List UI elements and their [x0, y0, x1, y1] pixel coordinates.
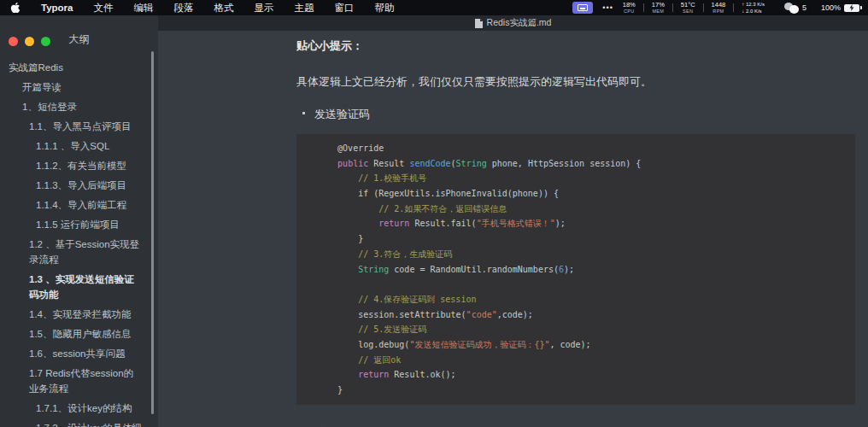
outline-item[interactable]: 1.1、导入黑马点评项目 [0, 119, 158, 134]
code-line [317, 277, 835, 292]
sidebar-scrollbar[interactable] [151, 51, 154, 414]
menu-item[interactable]: 段落 [174, 2, 194, 15]
outline-item[interactable]: 1、短信登录 [0, 99, 158, 114]
outline-item[interactable]: 1.1.1 、导入SQL [0, 138, 158, 154]
outline-item[interactable]: 1.4、实现登录拦截功能 [0, 307, 158, 322]
menubar-status-area: ••• 18%CPU17%MEM51°CSEN1448RPM ↑ 12.3 K/… [572, 1, 868, 15]
code-line: public Result sendCode(String phone, Htt… [317, 156, 835, 172]
outline-item[interactable]: 1.2 、基于Session实现登录流程 [0, 237, 158, 267]
menubar: Typora 文件编辑段落格式显示主题窗口帮助 ••• 18%CPU17%MEM… [0, 0, 868, 15]
code-line: } [317, 231, 835, 247]
outline-item[interactable]: 1.3 、实现发送短信验证码功能 [0, 272, 158, 302]
stat-label: SEN [683, 9, 693, 15]
outline-list: 实战篇Redis开篇导读1、短信登录1.1、导入黑马点评项目1.1.1 、导入S… [0, 60, 158, 427]
code-line: // 2.如果不符合，返回错误信息 [317, 202, 835, 217]
close-button[interactable] [9, 37, 18, 46]
code-line: String code = RandomUtil.randomNumbers(6… [317, 262, 835, 278]
screen-share-button[interactable] [572, 2, 593, 14]
outline-item[interactable]: 1.7 Redis代替session的业务流程 [0, 366, 158, 396]
outline-item[interactable]: 1.1.5 运行前端项目 [0, 217, 158, 232]
wechat-icon [784, 3, 799, 14]
code-line: // 4.保存验证码到 session [317, 292, 835, 307]
monitor-icon [578, 4, 588, 11]
network-stats[interactable]: ↑ 12.3 K/s ↓ 2.0 K/s [742, 1, 765, 15]
code-block[interactable]: @Override public Result sendCode(String … [296, 134, 855, 405]
document-titlebar: Redis实战篇.md [158, 15, 868, 31]
traffic-lights [9, 37, 50, 46]
code-line: return Result.ok(); [317, 367, 835, 383]
outline-item[interactable]: 开篇导读 [0, 79, 158, 95]
stat-group[interactable]: 1448RPM [712, 2, 726, 14]
code-line: // 1.校验手机号 [317, 171, 835, 186]
status-divider [733, 3, 734, 12]
code-line: // 返回ok [317, 353, 835, 368]
editor-content[interactable]: 贴心小提示： 具体逻辑上文已经分析，我们仅仅只需要按照提示的逻辑写出代码即可。 … [158, 38, 868, 427]
outline-item[interactable]: 1.7.2、设计key的具体细节 [0, 420, 158, 427]
tip-heading[interactable]: 贴心小提示： [296, 38, 855, 54]
menu-item[interactable]: 文件 [94, 2, 114, 15]
code-line: } [317, 383, 835, 398]
code-line: // 3.符合，生成验证码 [317, 247, 835, 262]
menu-list: 文件编辑段落格式显示主题窗口帮助 [94, 2, 395, 15]
code-line: if (RegexUtils.isPhoneInvalid(phone)) { [317, 186, 835, 202]
bullet-item-send-code[interactable]: 发送验证码 [296, 107, 855, 122]
outline-item[interactable]: 实战篇Redis [0, 60, 158, 75]
battery-percent: 100% [821, 3, 841, 12]
code-line: session.setAttribute("code",code); [317, 307, 835, 323]
code-line: @Override [317, 141, 835, 156]
stat-value: 1448 [712, 2, 726, 9]
status-divider [703, 3, 704, 12]
document-icon [475, 19, 483, 28]
stat-group[interactable]: 18%CPU [623, 2, 636, 14]
stat-group[interactable]: 17%MEM [652, 2, 665, 14]
status-divider [643, 3, 644, 12]
stat-value: 17% [652, 2, 665, 9]
code-line: return Result.fail("手机号格式错误！"); [317, 216, 835, 231]
stat-label: RPM [713, 9, 724, 15]
stat-group[interactable]: 51°CSEN [681, 2, 695, 14]
stat-value: 51°C [681, 2, 695, 9]
outline-item[interactable]: 1.1.4、导入前端工程 [0, 197, 158, 213]
outline-item[interactable]: 1.1.3、导入后端项目 [0, 178, 158, 193]
stat-label: MEM [652, 9, 664, 15]
apple-menu-icon[interactable] [10, 2, 21, 14]
outline-item[interactable]: 1.6、session共享问题 [0, 346, 158, 361]
document-title: Redis实战篇.md [487, 17, 552, 29]
outline-item[interactable]: 1.1.2、有关当前模型 [0, 158, 158, 173]
stat-value: 18% [623, 2, 636, 9]
menu-item[interactable]: 主题 [295, 2, 314, 15]
menu-item[interactable]: 窗口 [335, 2, 355, 15]
system-stats[interactable]: 18%CPU17%MEM51°CSEN1448RPM [623, 2, 725, 14]
more-menu-icon[interactable]: ••• [602, 3, 613, 12]
network-down: ↓ 2.0 K/s [742, 9, 765, 14]
app-menu-typora[interactable]: Typora [41, 3, 73, 13]
menu-item[interactable]: 帮助 [375, 2, 395, 15]
outline-sidebar: 大纲 实战篇Redis开篇导读1、短信登录1.1、导入黑马点评项目1.1.1 、… [0, 15, 158, 427]
battery-charging-icon [844, 4, 859, 12]
stat-label: CPU [624, 9, 635, 15]
status-divider [672, 3, 673, 12]
zoom-button[interactable] [41, 37, 50, 46]
typora-window: 大纲 实战篇Redis开篇导读1、短信登录1.1、导入黑马点评项目1.1.1 、… [0, 15, 868, 427]
code-line: log.debug("发送短信验证码成功，验证码：{}", code); [317, 337, 835, 353]
outline-item[interactable]: 1.7.1、设计key的结构 [0, 401, 158, 416]
menubar-left: Typora 文件编辑段落格式显示主题窗口帮助 [0, 2, 395, 15]
menu-item[interactable]: 格式 [214, 2, 234, 15]
editor-pane: Redis实战篇.md 贴心小提示： 具体逻辑上文已经分析，我们仅仅只需要按照提… [158, 15, 868, 427]
menu-item[interactable]: 显示 [255, 2, 274, 15]
battery-status[interactable]: 100% [821, 3, 859, 12]
menu-item[interactable]: 编辑 [134, 2, 154, 15]
network-up: ↑ 12.3 K/s [742, 2, 765, 7]
paragraph[interactable]: 具体逻辑上文已经分析，我们仅仅只需要按照提示的逻辑写出代码即可。 [296, 74, 855, 90]
minimize-button[interactable] [25, 37, 34, 46]
wechat-badge: 5 [802, 3, 806, 12]
outline-item[interactable]: 1.5、隐藏用户敏感信息 [0, 326, 158, 342]
wechat-status[interactable]: 5 [784, 3, 806, 14]
code-line: // 5.发送验证码 [317, 322, 835, 337]
